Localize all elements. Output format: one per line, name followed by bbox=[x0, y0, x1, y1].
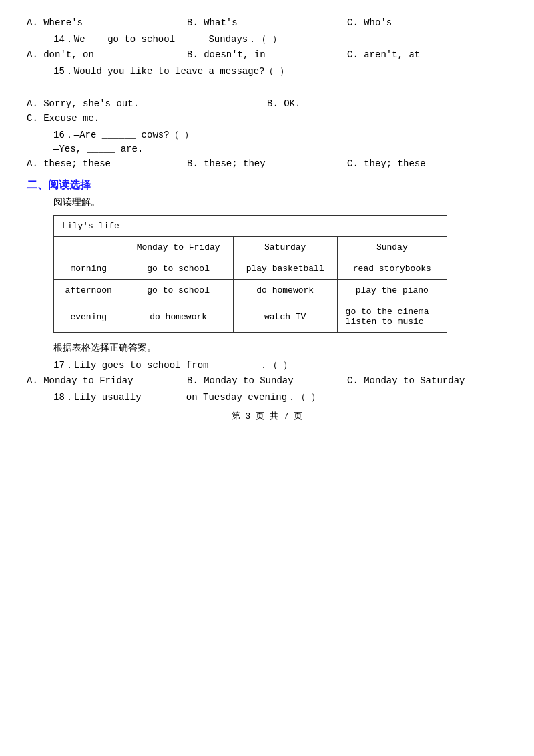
q13-option-c: C. Who's bbox=[347, 17, 507, 28]
row-evening-mon: do homework bbox=[123, 301, 233, 333]
q15-text: 15．Would you like to leave a message?（ ） bbox=[53, 65, 507, 77]
q17-option-a: A. Monday to Friday bbox=[27, 375, 187, 386]
row-morning-mon: go to school bbox=[123, 258, 233, 280]
q14-option-a: A. don't, on bbox=[27, 49, 187, 60]
q17-option-c: C. Monday to Saturday bbox=[347, 375, 507, 386]
row-afternoon-sat: do homework bbox=[233, 280, 337, 301]
q13-option-b: B. What's bbox=[187, 17, 347, 28]
row-morning-sun: read storybooks bbox=[337, 258, 447, 280]
table-title: Lily's life bbox=[54, 216, 447, 237]
q16-options: A. these; these B. these; they C. they; … bbox=[27, 158, 507, 169]
q16-option-c: C. they; these bbox=[347, 158, 507, 169]
row-afternoon-sun: play the piano bbox=[337, 280, 447, 301]
row-afternoon-mon: go to school bbox=[123, 280, 233, 301]
row-morning-sat: play basketball bbox=[233, 258, 337, 280]
table-header-0 bbox=[54, 237, 123, 258]
table-header-sunday: Sunday bbox=[337, 237, 447, 258]
answer-blank-line bbox=[53, 87, 174, 87]
q14-option-c: C. aren't, at bbox=[347, 49, 507, 60]
q17-option-b: B. Monday to Sunday bbox=[187, 375, 347, 386]
q17-text: 17．Lily goes to school from ________．（ ） bbox=[53, 359, 507, 371]
reading-intro: 阅读理解。 bbox=[53, 196, 507, 208]
q15-options: A. Sorry, she's out. B. OK. bbox=[27, 98, 507, 109]
table-header-saturday: Saturday bbox=[233, 237, 337, 258]
row-evening-sat: watch TV bbox=[233, 301, 337, 333]
row-morning-label: morning bbox=[54, 258, 123, 280]
row-evening-sun-line2: listen to music bbox=[346, 317, 439, 327]
q13-options: A. Where's B. What's C. Who's bbox=[27, 17, 507, 28]
row-afternoon-label: afternoon bbox=[54, 280, 123, 301]
q15-option-c-line: C. Excuse me. bbox=[27, 113, 507, 124]
q17-options: A. Monday to Friday B. Monday to Sunday … bbox=[27, 375, 507, 386]
q16-option-b: B. these; they bbox=[187, 158, 347, 169]
page-number: 第 3 页 共 7 页 bbox=[27, 410, 507, 422]
q14-options: A. don't, on B. doesn't, in C. aren't, a… bbox=[27, 49, 507, 60]
lily-life-table: Lily's life Monday to Friday Saturday Su… bbox=[53, 215, 447, 333]
q16-option-a: A. these; these bbox=[27, 158, 187, 169]
table-header-monday: Monday to Friday bbox=[123, 237, 233, 258]
q15-option-c: C. Excuse me. bbox=[27, 113, 507, 124]
section2-title: 二、阅读选择 bbox=[27, 178, 507, 192]
q15-option-b: B. OK. bbox=[267, 98, 507, 109]
row-evening-sun: go to the cinema listen to music bbox=[337, 301, 447, 333]
q16-text: 16．—Are ______ cows?（ ） bbox=[53, 129, 507, 141]
q18-text: 18．Lily usually ______ on Tuesday evenin… bbox=[53, 391, 507, 403]
q13-option-a: A. Where's bbox=[27, 17, 187, 28]
sub-intro: 根据表格选择正确答案。 bbox=[53, 342, 507, 354]
q14-option-b: B. doesn't, in bbox=[187, 49, 347, 60]
q14-text: 14．We___ go to school ____ Sundays．（ ） bbox=[53, 33, 507, 45]
q16-sub: —Yes, _____ are. bbox=[53, 144, 507, 154]
row-evening-label: evening bbox=[54, 301, 123, 333]
q15-option-a: A. Sorry, she's out. bbox=[27, 98, 267, 109]
row-evening-sun-line1: go to the cinema bbox=[346, 307, 439, 317]
